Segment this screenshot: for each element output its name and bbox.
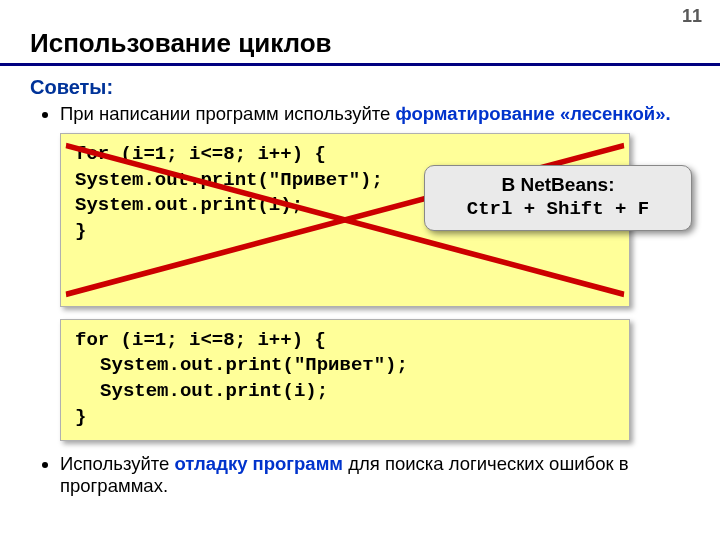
good-l2: System.out.print("Привет"); <box>100 354 408 376</box>
shortcut-callout: В NetBeans: Ctrl + Shift + F <box>424 165 692 231</box>
page-number: 11 <box>682 6 702 27</box>
page-title: Использование циклов <box>30 28 720 59</box>
bad-l4: } <box>75 220 86 242</box>
callout-shortcut: Ctrl + Shift + F <box>435 198 681 220</box>
subhead-tips: Советы: <box>30 76 690 99</box>
bad-l3: System.out.print(i); <box>75 194 303 216</box>
good-l1: for (i=1; i<=8; i++) { <box>75 329 326 351</box>
content-area: Советы: При написании программ используй… <box>0 66 720 497</box>
bad-l2: System.out.print("Привет"); <box>75 169 383 191</box>
tips-list-2: Используйте отладку программ для поиска … <box>60 453 690 497</box>
tip-item-debug: Используйте отладку программ для поиска … <box>60 453 690 497</box>
tip2-prefix: Используйте <box>60 453 174 474</box>
good-l3: System.out.print(i); <box>100 380 328 402</box>
bad-l1: for (i=1; i<=8; i++) { <box>75 143 326 165</box>
tip1-prefix: При написании программ используйте <box>60 103 395 124</box>
tip2-highlight: отладку программ <box>174 453 343 474</box>
code-good: for (i=1; i<=8; i++) { System.out.print(… <box>60 319 630 442</box>
tip-item-formatting: При написании программ используйте форма… <box>60 103 690 125</box>
good-l4: } <box>75 406 86 428</box>
callout-title: В NetBeans: <box>435 174 681 196</box>
tip1-highlight: форматирование «лесенкой». <box>395 103 670 124</box>
tips-list: При написании программ используйте форма… <box>60 103 690 125</box>
